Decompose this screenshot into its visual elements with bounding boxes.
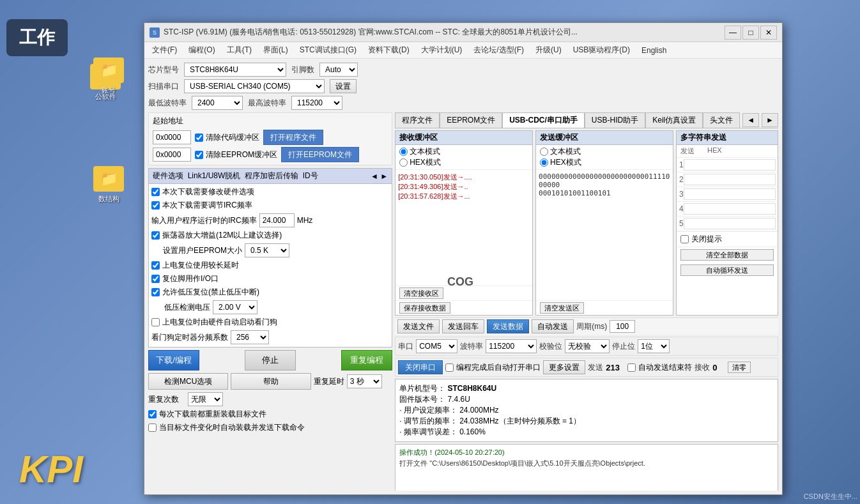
minimize-button[interactable]: — bbox=[725, 26, 741, 40]
repeat-delay-area: 重复延时 3 秒 bbox=[314, 373, 392, 390]
menu-download[interactable]: 资料下载(D) bbox=[363, 43, 415, 57]
multi-panel: 多字符串发送 发送 HEX 1 bbox=[676, 130, 778, 316]
clear-code-check[interactable]: 清除代码缓冲区 bbox=[195, 132, 259, 143]
send-data-btn[interactable]: 发送数据 bbox=[487, 319, 529, 333]
tab-program-file[interactable]: 程序文件 bbox=[395, 112, 440, 128]
send-hex-mode[interactable]: HEX模式 bbox=[540, 157, 669, 168]
chip-select[interactable]: STC8H8K64U bbox=[184, 63, 286, 77]
multi-input-2[interactable] bbox=[684, 174, 776, 185]
menu-file[interactable]: 文件(F) bbox=[147, 43, 182, 57]
desktop-icon-data[interactable]: 📁 数结构 bbox=[86, 64, 131, 204]
close-button[interactable]: ✕ bbox=[760, 26, 777, 40]
tab-usb-cdc[interactable]: USB-CDC/串口助手 bbox=[502, 112, 585, 128]
addr2-input[interactable] bbox=[153, 148, 191, 162]
pin-select[interactable]: Auto bbox=[319, 63, 358, 77]
recv-hex-mode[interactable]: HEX模式 bbox=[399, 157, 528, 168]
send-text-label: 文本模式 bbox=[550, 146, 581, 157]
clear-count-btn[interactable]: 清零 bbox=[728, 362, 751, 373]
detect-mcu-btn[interactable]: 检测MCU选项 bbox=[148, 373, 228, 390]
hw-option-2[interactable]: 本次下载需要调节IRC频率 bbox=[151, 200, 389, 211]
stop-btn[interactable]: 停止 bbox=[245, 350, 296, 370]
tab-usb-hid[interactable]: USB-HID助手 bbox=[585, 112, 645, 128]
hw-arrow-right[interactable]: ► bbox=[380, 172, 388, 181]
maximize-button[interactable]: □ bbox=[742, 26, 759, 40]
eeprom-size-select[interactable]: 0.5 K bbox=[245, 243, 289, 257]
port-select[interactable]: COM5 bbox=[416, 339, 457, 353]
multi-input-5[interactable] bbox=[684, 218, 776, 229]
repeat-delay-select[interactable]: 3 秒 bbox=[347, 374, 382, 388]
send-data-textarea[interactable]: 000000000000000000000000001111000000 000… bbox=[536, 170, 673, 300]
tab-arrow-left[interactable]: ◄ bbox=[742, 113, 759, 127]
auto-end-check[interactable]: 自动发送结束符 bbox=[627, 362, 692, 373]
col-hex: HEX bbox=[707, 146, 722, 156]
more-settings-btn[interactable]: 更多设置 bbox=[543, 360, 585, 374]
menu-forum[interactable]: 去论坛/选型(F) bbox=[468, 43, 529, 57]
user-freq-line: · 用户设定频率： 24.000MHz bbox=[399, 405, 774, 416]
max-baud-select[interactable]: 115200 bbox=[291, 96, 342, 110]
window-title: STC-ISP (V6.91M) (服务电话/销售电话: 0513-550129… bbox=[164, 27, 578, 38]
period-input[interactable] bbox=[610, 320, 635, 333]
close-hint-check[interactable] bbox=[680, 235, 689, 243]
scan-settings-btn[interactable]: 设置 bbox=[330, 79, 357, 93]
auto-send-btn[interactable]: 自动发送 bbox=[532, 319, 574, 333]
repeat-count-select[interactable]: 无限 bbox=[188, 392, 223, 406]
hw-option-4[interactable]: 振荡器放大增益(12M以上建议选择) bbox=[151, 230, 389, 241]
irc-freq-input[interactable] bbox=[259, 213, 295, 227]
menu-upgrade[interactable]: 升级(U) bbox=[530, 43, 567, 57]
recv-text-mode[interactable]: 文本模式 bbox=[399, 146, 528, 157]
voltage-select[interactable]: 2.00 V bbox=[213, 300, 257, 314]
clear-eeprom-check[interactable]: 清除EEPROM缓冲区 bbox=[195, 149, 277, 160]
tab-eeprom-file[interactable]: EEPROM文件 bbox=[440, 112, 502, 128]
menu-usb-driver[interactable]: USB驱动程序(D) bbox=[568, 43, 635, 57]
hw-option-7[interactable]: 复位脚用作I/O口 bbox=[151, 273, 389, 284]
watchdog-div-select[interactable]: 256 bbox=[231, 330, 269, 344]
baud-select[interactable]: 115200 bbox=[486, 339, 537, 353]
max-baud-label: 最高波特率 bbox=[248, 98, 286, 109]
multi-input-3[interactable] bbox=[684, 188, 776, 200]
clear-recv-btn[interactable]: 清空接收区 bbox=[399, 287, 443, 299]
work-label: 工作 bbox=[6, 19, 68, 56]
user-freq-label: 用户设定频率 bbox=[404, 406, 450, 415]
tab-header[interactable]: 头文件 bbox=[703, 112, 740, 128]
chip-label: 芯片型号 bbox=[148, 65, 179, 75]
hw-option-1[interactable]: 本次下载需要修改硬件选项 bbox=[151, 187, 389, 197]
auto-open-check[interactable]: 编程完成后自动打开串口 bbox=[445, 362, 541, 373]
menu-program[interactable]: 编程(O) bbox=[183, 43, 220, 57]
multi-title-text: 多字符串发送 bbox=[680, 132, 726, 143]
hw-arrow-left[interactable]: ◄ bbox=[371, 172, 378, 181]
menu-university[interactable]: 大学计划(U) bbox=[416, 43, 468, 57]
open-eeprom-btn[interactable]: 打开EEPROM文件 bbox=[281, 147, 359, 162]
menu-tools[interactable]: 工具(T) bbox=[222, 43, 257, 57]
status-success: 操作成功！(2024-05-10 20:27:20) bbox=[399, 447, 774, 458]
clear-send-btn[interactable]: 清空发送区 bbox=[540, 302, 584, 314]
menu-english[interactable]: English bbox=[636, 44, 672, 57]
save-recv-btn[interactable]: 保存接收数据 bbox=[399, 302, 450, 314]
help-btn[interactable]: 帮助 bbox=[231, 373, 311, 390]
auto-send-check[interactable]: 当目标文件变化时自动装载并发送下载命令 bbox=[148, 422, 392, 433]
recv-text-label: 文本模式 bbox=[410, 146, 440, 157]
multi-input-4[interactable] bbox=[684, 203, 776, 215]
multi-input-1[interactable] bbox=[684, 159, 776, 171]
download-btn[interactable]: 下载/编程 bbox=[148, 350, 199, 370]
send-text-mode[interactable]: 文本模式 bbox=[540, 146, 669, 157]
scan-select[interactable]: USB-SERIAL CH340 (COM5) bbox=[184, 79, 325, 93]
auto-loop-btn[interactable]: 自动循环发送 bbox=[680, 264, 774, 276]
addr1-input[interactable] bbox=[153, 130, 191, 144]
open-prog-btn[interactable]: 打开程序文件 bbox=[263, 130, 323, 145]
menu-stc-debug[interactable]: STC调试接口(G) bbox=[295, 43, 362, 57]
send-file-btn[interactable]: 发送文件 bbox=[397, 319, 440, 333]
send-return-btn[interactable]: 发送回车 bbox=[442, 319, 484, 333]
open-close-btn[interactable]: 关闭串口 bbox=[398, 360, 443, 374]
tab-arrow-right[interactable]: ► bbox=[762, 113, 778, 127]
hw-option-6[interactable]: 上电复位使用较长延时 bbox=[151, 260, 389, 271]
clear-all-btn[interactable]: 清空全部数据 bbox=[680, 249, 774, 261]
parity-select[interactable]: 无校验 bbox=[565, 339, 610, 353]
min-baud-select[interactable]: 2400 bbox=[192, 96, 243, 110]
reload-check[interactable]: 每次下载前都重新装载目标文件 bbox=[148, 409, 392, 420]
reprogram-btn[interactable]: 重复编程 bbox=[341, 350, 392, 370]
menu-interface[interactable]: 界面(L) bbox=[258, 43, 293, 57]
stop-select[interactable]: 1位 bbox=[638, 339, 670, 353]
hw-option-10[interactable]: 上电复位时由硬件自动启动看门狗 bbox=[151, 317, 389, 328]
tab-keil[interactable]: Keil仿真设置 bbox=[645, 112, 703, 128]
hw-option-8[interactable]: 允许低压复位(禁止低压中断) bbox=[151, 287, 389, 298]
